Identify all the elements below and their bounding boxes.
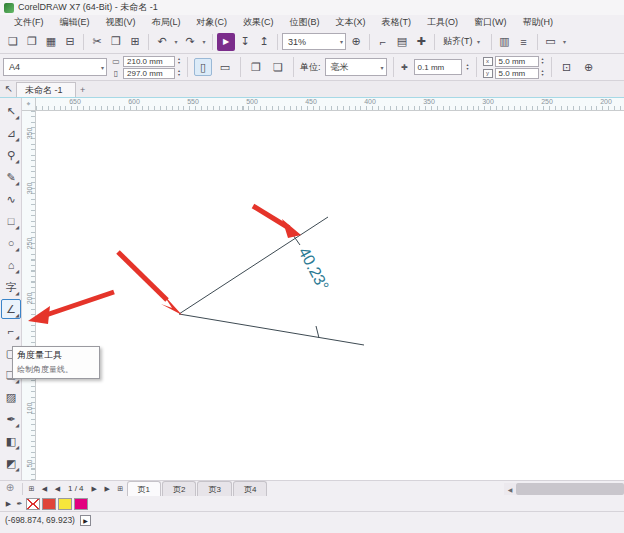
- menu-help[interactable]: 帮助(H): [515, 15, 562, 30]
- redo-button[interactable]: ↷: [181, 33, 199, 51]
- nudge-stepper[interactable]: ▴▾: [466, 63, 470, 71]
- swatch-magenta[interactable]: [74, 498, 88, 510]
- window-list-button[interactable]: ≡: [515, 33, 533, 51]
- angular-dimension-tool[interactable]: ∠◢: [1, 299, 21, 319]
- chevron-down-icon: ▾: [101, 64, 104, 71]
- previous-page-button[interactable]: ◀: [51, 482, 64, 495]
- connector-tool[interactable]: ⌐◢: [1, 321, 21, 341]
- palette-flyout-icon[interactable]: ▶: [4, 500, 13, 508]
- menu-tools[interactable]: 工具(O): [419, 15, 466, 30]
- duplicate-y-input[interactable]: 5.0 mm: [495, 68, 539, 79]
- eyedropper-tool[interactable]: ✒◢: [1, 409, 21, 429]
- redo-dropdown-icon[interactable]: ▾: [200, 38, 208, 45]
- drawing-canvas[interactable]: 40.23°: [36, 111, 624, 481]
- page-width-input[interactable]: 210.0 mm: [123, 56, 175, 67]
- add-page-before-button[interactable]: ⊞: [25, 482, 38, 495]
- menu-table[interactable]: 表格(T): [374, 15, 420, 30]
- document-tab[interactable]: 未命名 -1: [16, 82, 76, 97]
- treat-as-filled-button[interactable]: ⊡: [558, 58, 576, 76]
- fullscreen-preview-button[interactable]: ⌐: [374, 33, 392, 51]
- palette-eyedropper-icon[interactable]: ✒: [15, 500, 24, 508]
- swatch-no-color[interactable]: [26, 498, 40, 510]
- show-rulers-button[interactable]: ▤: [393, 33, 411, 51]
- propbar-add-button[interactable]: ⊕: [580, 58, 598, 76]
- print-button[interactable]: ⊟: [61, 33, 79, 51]
- chevron-down-icon[interactable]: ▾: [561, 38, 569, 45]
- text-tool[interactable]: 字◢: [1, 277, 21, 297]
- scroll-left-button[interactable]: ◀: [504, 483, 516, 495]
- menu-text[interactable]: 文本(X): [328, 15, 374, 30]
- fill-tool[interactable]: ◧◢: [1, 431, 21, 451]
- horizontal-ruler[interactable]: 650 600 550 500 450 400 350 300 250 200: [36, 98, 624, 111]
- page-preset-combobox[interactable]: A4 ▾: [3, 58, 107, 76]
- ellipse-tool[interactable]: ○◢: [1, 233, 21, 253]
- duplicate-y-stepper[interactable]: ▴▾: [541, 69, 545, 77]
- duplicate-x-stepper[interactable]: ▴▾: [541, 57, 545, 65]
- options-button[interactable]: ▥: [496, 33, 514, 51]
- undo-button[interactable]: ↶: [153, 33, 171, 51]
- open-button[interactable]: ❐: [23, 33, 41, 51]
- snap-to-dropdown[interactable]: 贴齐(T) ▾: [439, 33, 487, 50]
- copy-button[interactable]: ❒: [107, 33, 125, 51]
- menu-object[interactable]: 对象(C): [189, 15, 236, 30]
- snap-crosshair-button[interactable]: ✚: [412, 33, 430, 51]
- new-document-button[interactable]: ❏: [4, 33, 22, 51]
- units-combobox[interactable]: 毫米 ▾: [325, 58, 387, 76]
- application-launcher-button[interactable]: ▶: [217, 33, 235, 51]
- swatch-yellow[interactable]: [58, 498, 72, 510]
- next-page-button[interactable]: ▶: [88, 482, 101, 495]
- swatch-red[interactable]: [42, 498, 56, 510]
- toolbox-customize-button[interactable]: ⊕: [0, 482, 20, 496]
- pick-tool[interactable]: ↖◢: [1, 101, 21, 121]
- menu-bitmaps[interactable]: 位图(B): [282, 15, 328, 30]
- monitor-button[interactable]: ▭: [542, 33, 560, 51]
- ruler-origin-button[interactable]: ⌖: [22, 98, 36, 111]
- horizontal-scrollbar[interactable]: ◀: [504, 483, 624, 495]
- zoom-tool[interactable]: ⚲◢: [1, 145, 21, 165]
- zoom-level-combobox[interactable]: 31% ▾: [282, 33, 346, 50]
- undo-dropdown-icon[interactable]: ▾: [172, 38, 180, 45]
- separator: [22, 483, 23, 495]
- page-height-input[interactable]: 297.0 mm: [123, 68, 175, 79]
- propbar-separator: [240, 57, 241, 77]
- curve-tool[interactable]: ∿: [1, 189, 21, 209]
- menu-layout[interactable]: 布局(L): [144, 15, 189, 30]
- page-tab-4[interactable]: 页4: [233, 481, 267, 496]
- import-button[interactable]: ↧: [236, 33, 254, 51]
- zoom-fit-button[interactable]: ⊕: [347, 33, 365, 51]
- paste-button[interactable]: ⊞: [126, 33, 144, 51]
- page-width-stepper[interactable]: ▴▾: [177, 57, 181, 65]
- page-tab-1[interactable]: 页1: [127, 481, 161, 496]
- landscape-button[interactable]: ▭: [216, 58, 234, 76]
- cut-button[interactable]: ✂: [88, 33, 106, 51]
- new-tab-button[interactable]: +: [76, 83, 90, 97]
- vertical-ruler[interactable]: 350 300 250 200 150 100 50: [22, 111, 36, 481]
- menu-view[interactable]: 视图(V): [98, 15, 144, 30]
- last-page-button[interactable]: ▶: [101, 482, 114, 495]
- scrollbar-thumb[interactable]: [516, 483, 624, 495]
- current-page-button[interactable]: ❏: [269, 58, 287, 76]
- status-expand-button[interactable]: ▶: [80, 515, 91, 526]
- page-height-stepper[interactable]: ▴▾: [177, 69, 181, 77]
- interactive-fill-tool[interactable]: ◩◢: [1, 453, 21, 473]
- rectangle-tool[interactable]: □◢: [1, 211, 21, 231]
- export-button[interactable]: ↥: [255, 33, 273, 51]
- transparency-tool[interactable]: ▨: [1, 387, 21, 407]
- first-page-button[interactable]: ◀: [38, 482, 51, 495]
- menu-edit[interactable]: 编辑(E): [52, 15, 98, 30]
- duplicate-x-input[interactable]: 5.0 mm: [495, 56, 539, 67]
- nudge-distance-input[interactable]: 0.1 mm: [414, 59, 462, 75]
- all-pages-button[interactable]: ❐: [247, 58, 265, 76]
- save-button[interactable]: ▦: [42, 33, 60, 51]
- polygon-tool[interactable]: ⌂◢: [1, 255, 21, 275]
- page-tab-3[interactable]: 页3: [197, 481, 231, 496]
- menu-window[interactable]: 窗口(W): [466, 15, 515, 30]
- menu-file[interactable]: 文件(F): [6, 15, 52, 30]
- freehand-tool[interactable]: ✎◢: [1, 167, 21, 187]
- shape-tool[interactable]: ⊿◢: [1, 123, 21, 143]
- menu-effects[interactable]: 效果(C): [235, 15, 282, 30]
- add-page-after-button[interactable]: ⊞: [114, 482, 127, 495]
- portrait-button[interactable]: ▯: [194, 58, 212, 76]
- red-arrow-to-tick: [253, 206, 301, 238]
- page-tab-2[interactable]: 页2: [162, 481, 196, 496]
